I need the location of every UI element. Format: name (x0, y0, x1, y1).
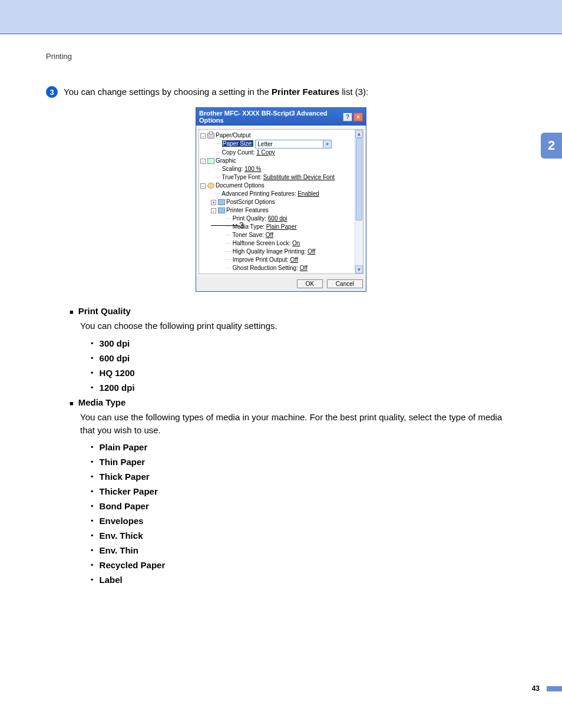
list-item: •Envelopes (91, 516, 516, 526)
list-item: •Thicker Paper (91, 486, 516, 496)
step-text: You can change settings by choosing a se… (64, 85, 368, 98)
help-button[interactable]: ? (343, 113, 352, 121)
paper-size-value: Letter (257, 141, 273, 147)
density-label[interactable]: Density Adjustment: (233, 273, 285, 274)
gear-icon (207, 183, 214, 189)
tree-paper-output[interactable]: Paper/Output (216, 132, 250, 139)
expand-icon[interactable]: + (211, 200, 216, 205)
feature-heading: ■Media Type (70, 397, 516, 407)
dot-bullet-icon: • (91, 546, 94, 555)
truetype-label[interactable]: TrueType Font: (222, 174, 262, 180)
collapse-icon[interactable]: - (211, 208, 216, 213)
density-value[interactable]: Printer Default (286, 273, 324, 274)
tree-graphic[interactable]: Graphic (216, 157, 236, 164)
improve-label[interactable]: Improve Print Output: (233, 256, 289, 263)
section-header: Printing (46, 52, 516, 61)
dot-bullet-icon: • (91, 487, 94, 496)
chevron-down-icon[interactable]: ▼ (323, 140, 331, 148)
list-item-label: 600 dpi (100, 353, 130, 363)
step-text-after: list (3): (339, 87, 368, 97)
halftone-label[interactable]: Halftone Screen Lock: (233, 240, 290, 246)
list-item: •Bond Paper (91, 501, 516, 511)
toner-value[interactable]: Off (266, 232, 273, 238)
copy-count-value[interactable]: 1 Copy (256, 149, 275, 156)
dot-bullet-icon: • (91, 516, 94, 525)
ghost-value[interactable]: Off (300, 265, 308, 271)
feature-options-list: •300 dpi•600 dpi•HQ 1200•1200 dpi (91, 338, 516, 393)
list-item-label: Envelopes (100, 516, 144, 526)
feature-heading: ■Print Quality (70, 306, 516, 316)
list-item-label: Thin Paper (100, 457, 146, 467)
ok-button[interactable]: OK (297, 279, 323, 288)
top-banner (0, 0, 562, 34)
feature-heading-label: Print Quality (78, 306, 131, 316)
scroll-thumb[interactable] (356, 138, 362, 220)
dot-bullet-icon: • (91, 561, 94, 569)
dot-bullet-icon: • (91, 472, 94, 481)
options-tree[interactable]: -Paper/Output ┈┈ Paper Size: Letter▼ ┈┈ … (199, 129, 363, 274)
tree-doc-options[interactable]: Document Options (216, 182, 265, 189)
adv-print-label[interactable]: Advanced Printing Features: (222, 190, 296, 197)
list-item-label: 1200 dpi (100, 383, 135, 393)
collapse-icon[interactable]: - (200, 159, 206, 164)
list-item: •Thin Paper (91, 457, 516, 467)
toner-label[interactable]: Toner Save: (233, 232, 264, 238)
tree-postscript[interactable]: PostScript Options (226, 199, 275, 205)
improve-value[interactable]: Off (290, 256, 298, 263)
square-bullet-icon: ■ (70, 308, 74, 315)
page-number: 43 (532, 684, 540, 693)
pq-value[interactable]: 600 dpi (268, 215, 287, 222)
list-item: •600 dpi (91, 353, 516, 363)
list-item: •300 dpi (91, 338, 516, 348)
paper-size-combo[interactable]: Letter▼ (255, 140, 332, 149)
scroll-down-icon[interactable]: ▼ (355, 265, 363, 274)
adv-print-value[interactable]: Enabled (297, 190, 319, 197)
list-item: •Recycled Paper (91, 560, 516, 570)
scaling-value[interactable]: 100 % (244, 166, 261, 172)
dialog-titlebar: Brother MFC- XXXX BR-Script3 Advanced Op… (196, 108, 366, 126)
list-item-label: Thick Paper (100, 472, 150, 482)
list-item-label: Thicker Paper (100, 486, 158, 496)
list-item-label: Label (100, 575, 123, 585)
folder-icon (218, 207, 225, 213)
scroll-up-icon[interactable]: ▲ (355, 130, 363, 138)
dot-bullet-icon: • (91, 443, 94, 452)
media-label[interactable]: Media Type: (233, 223, 265, 230)
printer-icon (207, 133, 214, 139)
close-button[interactable]: × (353, 113, 363, 121)
collapse-icon[interactable]: - (200, 133, 206, 139)
list-item-label: Plain Paper (100, 442, 148, 452)
dot-bullet-icon: • (91, 339, 94, 348)
step-bold: Printer Features (272, 87, 339, 97)
tree-printer-features[interactable]: Printer Features (226, 207, 269, 213)
callout-number: 3 (239, 220, 244, 230)
list-item-label: Env. Thin (100, 545, 138, 555)
scaling-label[interactable]: Scaling: (222, 166, 243, 172)
copy-count-label[interactable]: Copy Count: (222, 149, 255, 156)
dot-bullet-icon: • (91, 531, 94, 540)
paper-size-label[interactable]: Paper Size: (222, 140, 254, 147)
hq-label[interactable]: High Quality Image Printing: (233, 248, 306, 255)
dot-bullet-icon: • (91, 575, 94, 584)
folder-icon (218, 199, 225, 205)
list-item: •Env. Thin (91, 545, 516, 555)
hq-value[interactable]: Off (308, 248, 315, 255)
dialog-body: -Paper/Output ┈┈ Paper Size: Letter▼ ┈┈ … (196, 126, 366, 276)
ghost-label[interactable]: Ghost Reduction Setting: (233, 265, 298, 271)
dot-bullet-icon: • (91, 457, 94, 466)
halftone-value[interactable]: On (292, 240, 300, 246)
list-item: •Thick Paper (91, 472, 516, 482)
collapse-icon[interactable]: - (200, 183, 206, 189)
list-item-label: Bond Paper (100, 501, 149, 511)
media-value[interactable]: Plain Paper (266, 223, 297, 230)
pq-label[interactable]: Print Quality: (233, 215, 266, 222)
cancel-button[interactable]: Cancel (327, 279, 363, 288)
truetype-value[interactable]: Substitute with Device Font (263, 174, 335, 180)
dot-bullet-icon: • (91, 368, 94, 377)
scrollbar[interactable]: ▲ ▼ (355, 130, 363, 274)
list-item-label: 300 dpi (100, 338, 130, 348)
step-text-before: You can change settings by choosing a se… (64, 87, 272, 97)
dot-bullet-icon: • (91, 383, 94, 392)
list-item: •1200 dpi (91, 383, 516, 393)
feature-options-list: •Plain Paper•Thin Paper•Thick Paper•Thic… (91, 442, 516, 585)
